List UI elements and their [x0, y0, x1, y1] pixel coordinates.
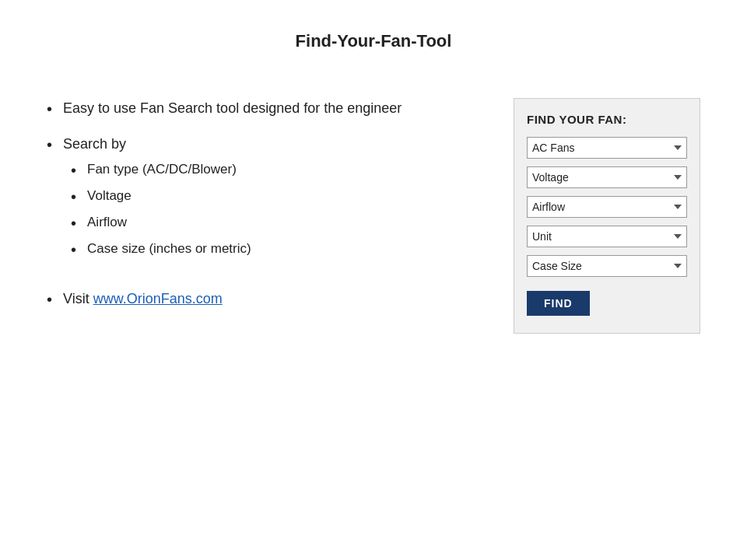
- unit-dropdown[interactable]: Unit Inches Metric: [527, 226, 687, 247]
- bullet-icon-visit: •: [47, 289, 52, 310]
- list-item-2-text: Search by: [63, 136, 126, 152]
- find-your-fan-panel: FIND YOUR FAN: AC Fans DC Fans Blower Vo…: [514, 98, 700, 334]
- sub-bullet-icon-3: •: [71, 212, 76, 234]
- left-content: • Easy to use Fan Search tool designed f…: [47, 98, 514, 324]
- airflow-dropdown[interactable]: Airflow Low Medium High: [527, 196, 687, 218]
- sub-list-item-2-text: Voltage: [87, 186, 132, 206]
- orion-fans-link[interactable]: www.OrionFans.com: [93, 291, 223, 306]
- list-item-visit: • Visit www.OrionFans.com: [47, 289, 490, 310]
- visit-label: Visit: [63, 291, 93, 306]
- sub-list-item-3-text: Airflow: [87, 212, 127, 233]
- case-size-dropdown[interactable]: Case Size 60mm 80mm 92mm 120mm: [527, 255, 687, 277]
- fan-type-dropdown[interactable]: AC Fans DC Fans Blower: [527, 137, 687, 159]
- sub-list-item-4-text: Case size (inches or metric): [87, 239, 251, 259]
- list-item-1: • Easy to use Fan Search tool designed f…: [47, 98, 490, 120]
- sub-bullet-icon-2: •: [71, 186, 76, 208]
- panel-title: FIND YOUR FAN:: [527, 113, 687, 126]
- list-item-2: • Search by • Fan type (AC/DC/Blower) • …: [47, 134, 490, 265]
- sub-list-item-3: • Airflow: [71, 212, 251, 234]
- sub-list-item-4: • Case size (inches or metric): [71, 239, 251, 261]
- list-item-2-content: Search by • Fan type (AC/DC/Blower) • Vo…: [63, 134, 251, 265]
- list-item-1-text: Easy to use Fan Search tool designed for…: [63, 98, 402, 119]
- sub-bullet-icon-4: •: [71, 239, 76, 261]
- bullet-icon-2: •: [47, 134, 52, 156]
- page-title: Find-Your-Fan-Tool: [47, 31, 700, 51]
- visit-text-container: Visit www.OrionFans.com: [63, 289, 223, 310]
- sub-list-item-1-text: Fan type (AC/DC/Blower): [87, 159, 237, 180]
- content-area: • Easy to use Fan Search tool designed f…: [47, 98, 700, 334]
- sub-bullet-icon-1: •: [71, 159, 76, 181]
- bullet-icon-1: •: [47, 98, 52, 120]
- find-button[interactable]: FIND: [527, 291, 590, 316]
- sub-list-item-2: • Voltage: [71, 186, 251, 208]
- sub-list-item-1: • Fan type (AC/DC/Blower): [71, 159, 251, 181]
- main-list: • Easy to use Fan Search tool designed f…: [47, 98, 490, 310]
- page-container: Find-Your-Fan-Tool • Easy to use Fan Sea…: [0, 0, 747, 560]
- sub-list: • Fan type (AC/DC/Blower) • Voltage • Ai…: [71, 159, 251, 261]
- voltage-dropdown[interactable]: Voltage 12V 24V 115V: [527, 166, 687, 188]
